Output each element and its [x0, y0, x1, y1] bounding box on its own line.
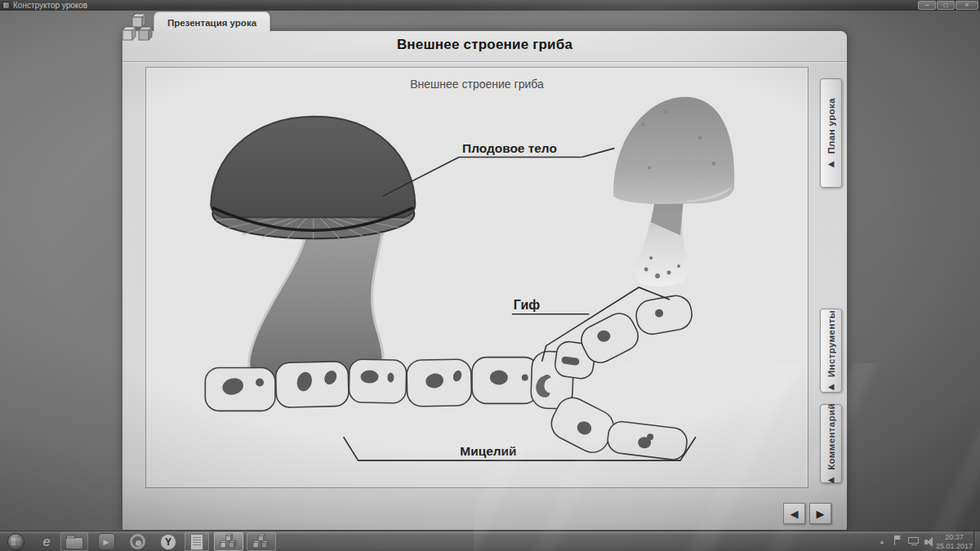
taskbar-media-player[interactable]: ▶ — [95, 532, 118, 551]
photo-mushroom — [613, 97, 734, 287]
folder-icon — [65, 537, 83, 549]
taskbar-lesson-constructor[interactable] — [247, 532, 276, 551]
start-button[interactable] — [5, 532, 26, 551]
taskbar-yandex[interactable]: Y — [157, 532, 180, 551]
action-center-flag-icon[interactable] — [893, 535, 903, 547]
windows-start-icon — [7, 533, 24, 550]
minimize-button[interactable]: – — [918, 1, 936, 10]
sidebar-button-label: Инструменты — [826, 310, 836, 377]
taskbar-file-explorer[interactable] — [60, 532, 88, 551]
page-title: Внешнее строение гриба — [122, 37, 847, 53]
drawn-mushroom-illustration — [211, 117, 415, 382]
tray-clock[interactable]: 20:37 25.01.2017 — [936, 532, 973, 551]
previous-slide-button[interactable]: ◀ — [783, 503, 805, 524]
cubes-icon — [218, 533, 239, 550]
play-icon: ▶ — [104, 538, 109, 546]
mushroom-diagram: Плодовое тело Гиф Мицелий — [146, 68, 808, 487]
maximize-button[interactable]: □ — [937, 1, 955, 10]
tray-time: 20:37 — [945, 533, 964, 542]
app-logo-cubes-icon — [119, 12, 157, 45]
label-mycelium: Мицелий — [460, 444, 516, 458]
arrow-right-icon: ▶ — [817, 508, 825, 520]
tray-date: 25.01.2017 — [936, 542, 973, 551]
window-controls: – □ × — [918, 1, 978, 10]
label-fruiting-body: Плодовое тело — [462, 141, 557, 155]
yandex-icon: Y — [160, 534, 176, 550]
taskbar-word[interactable] — [185, 532, 209, 551]
network-icon[interactable] — [908, 537, 920, 547]
show-desktop-button[interactable] — [973, 531, 980, 551]
taskbar: e ▶ Y — [0, 531, 980, 551]
sidebar-button-lesson-plan[interactable]: План урока ◀ — [820, 78, 842, 188]
close-button[interactable]: × — [956, 1, 978, 10]
cubes-icon — [251, 533, 272, 550]
taskbar-browser[interactable] — [126, 532, 149, 551]
sidebar-button-label: План урока — [826, 98, 836, 154]
tab-label: Презентация урока — [167, 18, 256, 28]
slide-canvas: Внешнее строение гриба — [145, 67, 808, 488]
tab-lesson-presentation[interactable]: Презентация урока — [154, 11, 270, 33]
media-player-icon: ▶ — [98, 533, 115, 550]
speaker-icon[interactable] — [924, 537, 936, 547]
sidebar-button-label: Комментарий — [826, 403, 836, 470]
label-hypha: Гиф — [514, 298, 540, 312]
tray-expand-button[interactable]: ▴ — [880, 531, 884, 551]
sidebar-button-tools[interactable]: Инструменты ◀ — [820, 309, 842, 393]
window-titlebar: Конструктор уроков — [0, 0, 980, 11]
heading-divider — [122, 61, 847, 63]
triangle-left-icon: ◀ — [828, 383, 835, 391]
internet-explorer-icon: e — [42, 534, 50, 550]
taskbar-lesson-constructor-active[interactable] — [214, 532, 243, 551]
window-title: Конструктор уроков — [13, 0, 87, 11]
desktop: Конструктор уроков RU Русский (Россия) ?… — [0, 0, 980, 551]
sidebar-button-comment[interactable]: Комментарий ◀ — [820, 404, 842, 483]
triangle-left-icon: ◀ — [828, 160, 835, 168]
taskbar-internet-explorer[interactable]: e — [36, 532, 57, 551]
main-panel: Внешнее строение гриба Внешнее строение … — [122, 31, 847, 530]
document-icon — [190, 534, 203, 550]
windows-flag-icon — [11, 538, 20, 545]
triangle-left-icon: ◀ — [828, 476, 835, 484]
app-window-icon — [2, 2, 10, 9]
browser-icon — [130, 534, 145, 549]
arrow-left-icon: ◀ — [791, 508, 799, 520]
next-slide-button[interactable]: ▶ — [809, 503, 831, 524]
